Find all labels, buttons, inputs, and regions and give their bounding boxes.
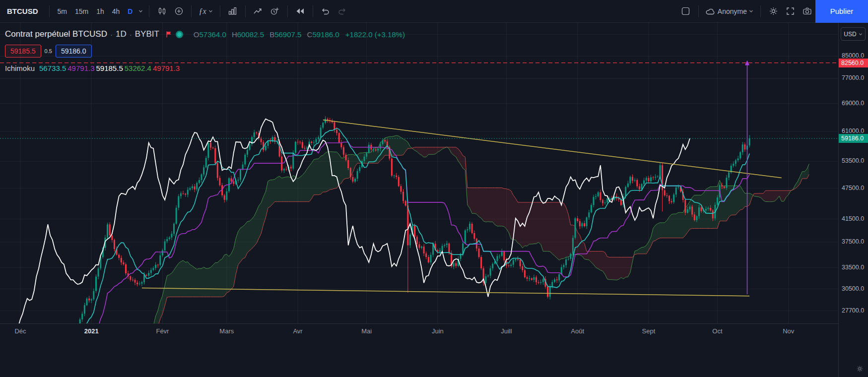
ichimoku-cloud	[793, 164, 809, 190]
time-tick: Mai	[361, 327, 372, 335]
time-tick: Juill	[501, 327, 512, 335]
time-tick: Août	[571, 327, 584, 335]
price-tick: 37500.0	[842, 238, 864, 245]
toolbar-separator	[149, 5, 149, 17]
high-label: H	[232, 30, 237, 39]
indicator-templates-icon[interactable]	[224, 3, 241, 20]
price-tick: 27700.0	[842, 307, 864, 314]
axis-settings-gear-icon[interactable]	[856, 365, 864, 375]
ichimoku-value: 49791.3	[67, 64, 94, 72]
price-tick: 41500.0	[842, 215, 864, 222]
buy-price-button[interactable]: 59186.0	[56, 45, 92, 58]
flag-icon[interactable]	[165, 31, 173, 38]
price-tick: 47500.0	[842, 185, 864, 191]
timeframe-15m[interactable]: 15m	[71, 4, 92, 19]
ichimoku-value: 59185.5	[96, 64, 123, 72]
price-axis[interactable]: USD 93500.085000.077000.069000.061000.05…	[838, 23, 868, 377]
exchange-logo-icon	[176, 31, 183, 38]
currency-label: USD	[844, 31, 856, 38]
chart-title[interactable]: Contrat perpétuel BTCUSD	[5, 29, 107, 39]
open-value: 57364.0	[200, 30, 226, 39]
bid-ask-row: 59185.5 0.5 59186.0	[5, 45, 405, 58]
symbol-button[interactable]: BTCUSD	[5, 7, 45, 15]
price-tick: 33500.0	[842, 264, 864, 271]
currency-selector[interactable]: USD	[841, 27, 866, 41]
price-tick: 69000.0	[842, 100, 864, 107]
last-price-label: 59186.0	[839, 134, 868, 143]
legend-title-row: Contrat perpétuel BTCUSD · 1D · BYBIT O5…	[5, 29, 405, 39]
screenshot-camera-icon[interactable]	[799, 3, 815, 20]
replay-icon[interactable]	[292, 3, 309, 20]
time-axis[interactable]: Déc2021FévrMarsAvrMaiJuinJuillAoûtSeptOc…	[0, 323, 838, 377]
timeframe-group: 5m 15m 1h 4h D	[54, 4, 145, 19]
time-tick: 2021	[84, 327, 99, 335]
account-menu[interactable]: Anonyme	[703, 3, 756, 20]
user-name: Anonyme	[718, 7, 747, 15]
open-label: O	[194, 30, 200, 39]
change-value: +1822.0 (+3.18%)	[345, 30, 405, 39]
separator-dot: ·	[130, 30, 132, 39]
indicators-button[interactable]: ƒx	[196, 3, 215, 20]
timeframe-4h[interactable]: 4h	[108, 4, 124, 19]
toolbar-separator	[220, 5, 220, 17]
toolbar-separator	[191, 5, 192, 17]
chart-pane[interactable]: Contrat perpétuel BTCUSD · 1D · BYBIT O5…	[0, 23, 838, 377]
drawn-line-price-label: 82560.0	[839, 59, 868, 67]
high-value: 60082.5	[237, 30, 264, 39]
low-value: 56907.5	[274, 30, 301, 39]
toolbar-separator	[760, 5, 761, 17]
layout-icon[interactable]	[677, 3, 694, 20]
exchange-label[interactable]: BYBIT	[135, 29, 159, 39]
time-tick: Sept	[642, 327, 656, 335]
toolbar-separator	[698, 5, 699, 17]
timeframe-1d[interactable]: D	[124, 4, 136, 19]
time-tick: Nov	[783, 327, 794, 335]
timeframe-5m[interactable]: 5m	[54, 4, 71, 19]
ohlc-values: O57364.0 H60082.5 B56907.5 C59186.0 +182…	[190, 30, 405, 39]
ichimoku-cloud	[754, 189, 793, 202]
interval-label[interactable]: 1D	[116, 29, 127, 39]
time-tick: Déc	[14, 327, 26, 335]
price-tick: 53500.0	[842, 157, 864, 164]
timeframe-1h[interactable]: 1h	[92, 4, 108, 19]
toolbar-separator	[287, 5, 288, 17]
publish-button[interactable]: Publier	[815, 0, 868, 23]
time-tick: Juin	[432, 327, 444, 335]
low-label: B	[269, 30, 274, 39]
compare-plus-icon[interactable]	[170, 3, 187, 20]
forecast-icon[interactable]	[250, 3, 267, 20]
close-label: C	[307, 30, 313, 39]
indicator-values: 56733.549791.359185.553262.449791.3	[39, 64, 181, 72]
cloud-icon	[706, 8, 716, 15]
chart-legend: Contrat perpétuel BTCUSD · 1D · BYBIT O5…	[5, 29, 405, 72]
separator-dot: ·	[110, 30, 113, 39]
tradingview-app: { "toolbar": { "symbol": "BTCUSD", "time…	[0, 0, 868, 377]
fullscreen-icon[interactable]	[782, 3, 799, 20]
toolbar-separator	[245, 5, 246, 17]
close-value: 59186.0	[312, 30, 339, 39]
indicator-row: Ichimoku 56733.549791.359185.553262.4497…	[5, 64, 405, 72]
spread-value: 0.5	[45, 48, 52, 54]
price-tick: 30500.0	[842, 285, 864, 292]
timeframe-chevron-down-icon[interactable]	[136, 9, 145, 13]
ichimoku-value: 53262.4	[125, 64, 151, 72]
time-tick: Mars	[219, 327, 234, 335]
redo-icon[interactable]	[334, 3, 351, 20]
time-tick: Oct	[712, 327, 722, 335]
indicator-name[interactable]: Ichimoku	[5, 64, 35, 72]
sell-price-button[interactable]: 59185.5	[5, 45, 41, 58]
undo-icon[interactable]	[317, 3, 334, 20]
alert-plus-icon[interactable]	[267, 3, 283, 20]
time-tick: Avr	[293, 327, 302, 335]
ichimoku-cloud	[449, 147, 635, 280]
settings-gear-icon[interactable]	[765, 3, 782, 20]
top-toolbar: BTCUSD 5m 15m 1h 4h D ƒx	[0, 0, 868, 23]
fx-icon: ƒx	[199, 7, 206, 16]
ichimoku-value: 56733.5	[39, 64, 66, 72]
toolbar-separator	[313, 5, 313, 17]
price-tick: 77000.0	[842, 74, 864, 81]
toolbar-separator	[49, 5, 50, 17]
chart-type-candles-icon[interactable]	[153, 3, 170, 20]
time-tick: Févr	[156, 327, 169, 335]
ichimoku-value: 49791.3	[153, 64, 180, 72]
